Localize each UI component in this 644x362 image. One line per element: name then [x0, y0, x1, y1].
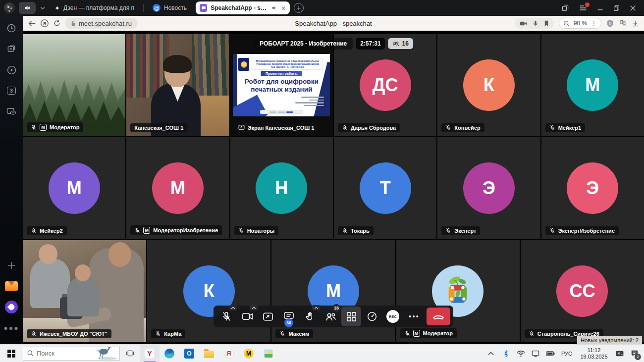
- participant-tile[interactable]: ННоваторы: [230, 137, 333, 239]
- camera-options-chevron[interactable]: [250, 305, 258, 310]
- chat-button[interactable]: 30: [279, 307, 299, 326]
- record-button[interactable]: REC: [383, 307, 403, 326]
- mic-options-chevron[interactable]: [229, 305, 237, 310]
- chevron-down-icon[interactable]: [40, 5, 46, 11]
- taskbar-miro[interactable]: M: [239, 345, 259, 362]
- participant-tile[interactable]: МMМодераторИзобретение: [126, 137, 229, 239]
- taskbar-yandex-app[interactable]: Я: [219, 345, 239, 362]
- zoom-control[interactable]: 90 % ⋮: [559, 18, 601, 29]
- tray-expand-icon[interactable]: [484, 345, 497, 362]
- participant-tile[interactable]: ММейкер1: [541, 34, 644, 136]
- language-indicator[interactable]: РУС: [559, 351, 575, 357]
- more-options-button[interactable]: [404, 307, 424, 326]
- yandex-button[interactable]: Я: [40, 19, 49, 28]
- sidebar-add-icon[interactable]: [3, 257, 20, 274]
- downloads-icon[interactable]: [632, 20, 639, 27]
- collections-icon[interactable]: [619, 19, 627, 27]
- slide-school-header: Муниципальное бюджетное общеобразователь…: [252, 58, 323, 70]
- taskbar-file-explorer[interactable]: [199, 345, 219, 362]
- tab-groups-icon[interactable]: 3: [3, 82, 20, 99]
- taskbar-photos[interactable]: [259, 345, 278, 362]
- forest-video: [23, 34, 125, 136]
- taskbar-edge[interactable]: [160, 345, 179, 362]
- minimize-button[interactable]: [597, 5, 603, 11]
- restore-button[interactable]: [613, 5, 620, 11]
- mic-button[interactable]: [216, 307, 236, 326]
- screen-view-icon[interactable]: [3, 103, 20, 120]
- tab-speakchat-active[interactable]: SpeakchatApp - spea: [196, 1, 290, 14]
- wifi-icon[interactable]: [514, 345, 527, 362]
- participant-tile[interactable]: Ижевск_МБОУ ДО "СЮТ": [23, 240, 146, 342]
- avatar-letter: М: [326, 281, 341, 302]
- participant-tile[interactable]: ЭЭксперт: [437, 137, 540, 239]
- zoom-menu-icon[interactable]: ⋮: [591, 20, 597, 27]
- url-field[interactable]: meet.speakchat.ru: [65, 18, 138, 29]
- slide-author-lines: [295, 97, 324, 106]
- start-button[interactable]: [0, 345, 23, 362]
- close-button[interactable]: [630, 5, 636, 11]
- refresh-button[interactable]: [53, 19, 61, 27]
- feed-icon[interactable]: [3, 41, 20, 57]
- camera-button[interactable]: [237, 307, 257, 326]
- tab-sound-icon[interactable]: [271, 5, 277, 11]
- tile-media: М: [23, 137, 125, 239]
- screen-share-icon: [238, 124, 245, 131]
- hand-options-chevron[interactable]: [312, 305, 320, 310]
- participant-name: Новаторы: [247, 228, 274, 234]
- screen-share-button[interactable]: [258, 307, 278, 326]
- chat-unread-badge: 30: [284, 318, 293, 327]
- participant-tile[interactable]: MМодератор: [23, 34, 125, 136]
- tab-close-icon[interactable]: [281, 5, 286, 11]
- participant-name: КарМа: [164, 331, 181, 337]
- taskbar-clock[interactable]: 11:12 19.03.2025: [577, 347, 611, 360]
- participant-tile[interactable]: Каневская_СОШ 1: [126, 34, 229, 136]
- touch-keyboard-icon[interactable]: [613, 345, 626, 362]
- moderator-badge: M: [143, 227, 150, 234]
- tab-bar: ✦ Дзен — платформа для п @ Новость Speak…: [0, 0, 644, 16]
- raise-hand-button[interactable]: [300, 307, 320, 326]
- cast-icon[interactable]: [529, 345, 542, 362]
- participant-avatar: Э: [567, 162, 618, 214]
- hand-icon: [305, 311, 315, 322]
- back-button[interactable]: [28, 20, 36, 27]
- taskbar-outlook[interactable]: O: [179, 345, 199, 362]
- participant-tile[interactable]: ММейкер2: [23, 137, 125, 239]
- participants-count-pill[interactable]: 16: [388, 38, 413, 49]
- history-icon[interactable]: [3, 20, 20, 37]
- notifications-icon[interactable]: 2: [628, 345, 641, 362]
- tab-panels-icon[interactable]: [561, 4, 569, 12]
- meeting-timer: 2:57:31: [356, 38, 385, 50]
- browser-profile-icon[interactable]: [4, 2, 15, 13]
- bookmark-icon[interactable]: [544, 20, 549, 27]
- tab-audio-button[interactable]: [19, 2, 36, 14]
- battery-icon[interactable]: [544, 345, 557, 362]
- performance-button[interactable]: [362, 307, 382, 326]
- mic-permission-icon[interactable]: [533, 20, 538, 27]
- participants-button[interactable]: 16: [321, 307, 340, 326]
- tab-novost[interactable]: @ Новость: [148, 0, 192, 16]
- tab-dzen[interactable]: ✦ Дзен — платформа для п: [50, 0, 139, 16]
- camera-permission-icon[interactable]: [520, 21, 527, 26]
- browser-menu-icon[interactable]: [579, 4, 587, 11]
- participant-tile[interactable]: ККонвейер: [437, 34, 540, 136]
- hang-up-button[interactable]: [427, 308, 450, 325]
- participant-tile[interactable]: ТТокарь: [334, 137, 436, 239]
- yandex-mail-icon[interactable]: [3, 278, 20, 295]
- grid-view-button[interactable]: [341, 307, 361, 326]
- participant-tile[interactable]: СССтаврополь_Сириус26: [521, 240, 644, 342]
- mic-off-icon: [342, 228, 348, 234]
- task-view-button[interactable]: [120, 345, 140, 362]
- lock-icon: [71, 20, 76, 26]
- mic-off-icon: [529, 331, 535, 337]
- video-play-icon[interactable]: [3, 61, 20, 78]
- sidebar-more-icon[interactable]: ●●●: [3, 319, 20, 336]
- taskbar-search[interactable]: [23, 347, 120, 361]
- zoom-out-icon[interactable]: [563, 20, 570, 27]
- new-tab-button[interactable]: +: [294, 3, 304, 13]
- bluetooth-icon[interactable]: [499, 345, 512, 362]
- taskbar-yandex-browser[interactable]: Y: [140, 345, 160, 362]
- search-input[interactable]: [37, 350, 81, 357]
- participant-tile[interactable]: ЭЭкспертИзобретение: [541, 137, 644, 239]
- protect-shield-icon[interactable]: [606, 19, 614, 28]
- alice-icon[interactable]: [3, 299, 20, 315]
